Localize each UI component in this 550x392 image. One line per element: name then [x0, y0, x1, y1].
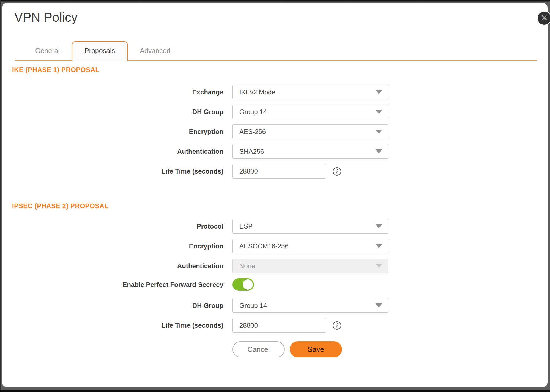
ipsec-life-time-label: Life Time (seconds) — [2, 322, 223, 329]
ipsec-life-time-row: Life Time (seconds) i — [2, 318, 548, 333]
exchange-select[interactable]: IKEv2 Mode — [232, 85, 388, 99]
ipsec-dh-group-row: DH Group Group 14 — [2, 298, 548, 313]
ipsec-encryption-value: AESGCM16-256 — [239, 242, 376, 250]
ike-authentication-select[interactable]: SHA256 — [232, 144, 388, 159]
window-frame-bottom — [0, 390, 550, 392]
chevron-down-icon — [376, 130, 382, 134]
ike-dh-group-value: Group 14 — [239, 108, 376, 116]
chevron-down-icon — [376, 264, 382, 268]
pfs-toggle[interactable] — [232, 278, 254, 291]
save-button[interactable]: Save — [290, 341, 342, 357]
ipsec-dh-group-label: DH Group — [2, 302, 223, 309]
ipsec-authentication-value: None — [239, 262, 376, 270]
ipsec-dh-group-select[interactable]: Group 14 — [232, 298, 388, 313]
exchange-row: Exchange IKEv2 Mode — [2, 85, 548, 99]
ike-dh-group-label: DH Group — [2, 108, 223, 116]
page-title: VPN Policy — [14, 10, 548, 25]
ike-life-time-label: Life Time (seconds) — [2, 168, 223, 175]
protocol-label: Protocol — [2, 223, 223, 230]
pfs-row: Enable Perfect Forward Secrecy — [2, 278, 548, 291]
tab-advanced[interactable]: Advanced — [128, 42, 182, 60]
vpn-policy-dialog: ✕ VPN Policy General Proposals Advanced … — [2, 3, 548, 387]
window-frame-left — [0, 0, 1, 392]
ike-phase1-form: Exchange IKEv2 Mode DH Group Group 14 En… — [2, 85, 548, 179]
chevron-down-icon — [376, 224, 382, 228]
tab-proposals[interactable]: Proposals — [72, 41, 128, 61]
ike-authentication-row: Authentication SHA256 — [2, 144, 548, 159]
chevron-down-icon — [376, 303, 382, 308]
section-divider — [2, 195, 548, 195]
chevron-down-icon — [376, 149, 382, 153]
ipsec-authentication-select: None — [232, 259, 388, 273]
ike-encryption-label: Encryption — [2, 128, 223, 136]
exchange-value: IKEv2 Mode — [239, 88, 376, 96]
exchange-label: Exchange — [2, 88, 223, 96]
info-icon[interactable]: i — [333, 321, 341, 330]
ike-life-time-row: Life Time (seconds) i — [2, 164, 548, 179]
ike-authentication-label: Authentication — [2, 148, 223, 155]
dialog-footer: Cancel Save — [232, 341, 548, 357]
ike-encryption-select[interactable]: AES-256 — [232, 124, 388, 139]
ipsec-life-time-input[interactable] — [232, 318, 326, 333]
ike-phase1-heading: IKE (PHASE 1) PROPOSAL — [12, 66, 548, 74]
chevron-down-icon — [376, 244, 382, 248]
toggle-knob — [243, 279, 253, 290]
ike-encryption-row: Encryption AES-256 — [2, 124, 548, 139]
ipsec-authentication-row: Authentication None — [2, 259, 548, 273]
info-icon[interactable]: i — [333, 167, 341, 176]
ipsec-phase2-form: Protocol ESP Encryption AESGCM16-256 Aut… — [2, 219, 548, 333]
ipsec-encryption-row: Encryption AESGCM16-256 — [2, 239, 548, 253]
ike-authentication-value: SHA256 — [239, 148, 376, 155]
ipsec-encryption-label: Encryption — [2, 242, 223, 250]
chevron-down-icon — [376, 110, 382, 114]
tab-bar: General Proposals Advanced — [15, 41, 537, 61]
ike-encryption-value: AES-256 — [239, 128, 376, 136]
ipsec-encryption-select[interactable]: AESGCM16-256 — [232, 239, 388, 253]
close-icon[interactable]: ✕ — [537, 11, 550, 26]
chevron-down-icon — [376, 90, 382, 94]
ike-dh-group-row: DH Group Group 14 — [2, 105, 548, 119]
pfs-label: Enable Perfect Forward Secrecy — [2, 281, 223, 289]
ike-dh-group-select[interactable]: Group 14 — [232, 105, 388, 119]
tab-general[interactable]: General — [23, 42, 72, 60]
ike-life-time-input[interactable] — [232, 164, 326, 179]
ipsec-phase2-heading: IPSEC (PHASE 2) PROPOSAL — [12, 202, 548, 210]
protocol-select[interactable]: ESP — [232, 219, 388, 234]
cancel-button[interactable]: Cancel — [232, 341, 285, 357]
ipsec-authentication-label: Authentication — [2, 262, 223, 270]
ipsec-dh-group-value: Group 14 — [239, 302, 376, 309]
protocol-row: Protocol ESP — [2, 219, 548, 234]
protocol-value: ESP — [239, 223, 376, 230]
